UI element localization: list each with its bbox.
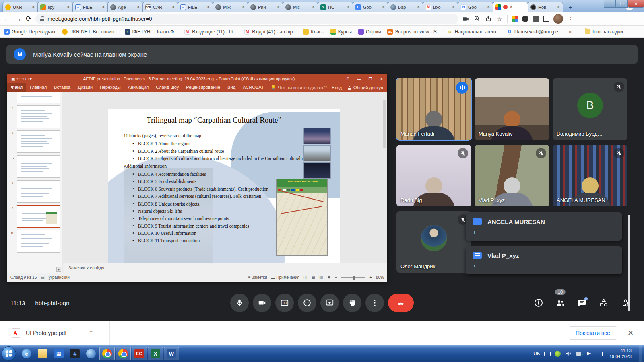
- forward-button[interactable]: →: [15, 15, 22, 23]
- ppt-share-button[interactable]: Общий доступ: [347, 85, 383, 90]
- tab-active-meet[interactable]: ✕: [493, 2, 528, 12]
- language-switcher[interactable]: UK: [533, 351, 540, 356]
- tab-close-icon[interactable]: ✕: [487, 5, 490, 9]
- bookmark-star-icon[interactable]: ☆: [496, 15, 503, 23]
- browser-tab[interactable]: ∿ПС-✕: [318, 2, 353, 12]
- bookmark-item[interactable]: ψНаціональне агент...: [447, 29, 500, 35]
- show-all-downloads-button[interactable]: Показати все: [569, 326, 617, 340]
- hand-button[interactable]: [343, 294, 361, 312]
- antivirus-icon[interactable]: [555, 350, 561, 357]
- bookmark-item[interactable]: MВхідні (41) - archip...: [244, 29, 297, 35]
- taskbar-app-internet-explorer[interactable]: e: [19, 347, 34, 360]
- network-icon[interactable]: [597, 350, 603, 357]
- taskbar-app-calculator[interactable]: ▦: [51, 347, 66, 360]
- slide-thumbnail[interactable]: 8: [10, 180, 60, 203]
- view-normal-icon[interactable]: ◫: [303, 275, 307, 280]
- share-icon[interactable]: [485, 15, 492, 23]
- ppt-ribbon-tab-переходы[interactable]: Переходы: [96, 83, 124, 92]
- spellcheck-icon[interactable]: ▤: [41, 275, 44, 280]
- taskbar-app-media-app[interactable]: ◈: [67, 347, 83, 360]
- more-button[interactable]: [365, 294, 384, 312]
- slide-thumbnail[interactable]: 5: [10, 105, 60, 128]
- activities-button[interactable]: [599, 298, 609, 308]
- tab-close-icon[interactable]: ✕: [382, 5, 385, 9]
- thumbnail-preview[interactable]: [17, 180, 60, 203]
- cc-button[interactable]: CC: [275, 294, 294, 312]
- emoji-button[interactable]: [298, 294, 316, 312]
- tab-close-icon[interactable]: ✕: [452, 5, 455, 9]
- browser-tab[interactable]: GGoo✕: [353, 2, 388, 12]
- view-sorter-icon[interactable]: ▦: [311, 275, 315, 280]
- slide-thumbnail[interactable]: 9: [10, 205, 60, 228]
- tab-close-icon[interactable]: ✕: [312, 5, 315, 9]
- bookmarks-overflow-chevron[interactable]: »: [569, 29, 572, 35]
- tab-close-icon[interactable]: ✕: [137, 5, 140, 9]
- ppt-notes-bar[interactable]: Заметки к слайду: [63, 263, 387, 273]
- thumbnail-partial[interactable]: [10, 92, 60, 103]
- ppt-ribbon-tab-слайд-шоу[interactable]: Слайд-шоу: [152, 83, 182, 92]
- chrome-menu-icon[interactable]: ⋮: [567, 15, 574, 23]
- thumbnail-preview[interactable]: [17, 230, 60, 253]
- info-button[interactable]: [534, 298, 543, 308]
- restore-button[interactable]: ❐: [616, 0, 628, 8]
- bookmark-item[interactable]: Курсы: [330, 29, 352, 35]
- browser-tab[interactable]: Між✕: [213, 2, 248, 12]
- bookmark-item[interactable]: SCScopus preview - S...: [387, 29, 440, 35]
- ppt-restore-button[interactable]: ❐: [365, 74, 376, 83]
- bookmark-item[interactable]: GGoogle Переводчик: [4, 29, 56, 35]
- usb-device-icon[interactable]: [576, 350, 582, 357]
- browser-tab[interactable]: ≡FILE✕: [72, 2, 108, 12]
- other-bookmarks-folder[interactable]: Інші закладки: [585, 29, 623, 35]
- bookmark-item[interactable]: Класс: [303, 29, 324, 35]
- participant-tile[interactable]: Mariya Kovaliv: [475, 78, 549, 140]
- comments-toggle[interactable]: ▬ Примечания: [271, 275, 300, 280]
- editor-scrollbar[interactable]: [383, 100, 386, 148]
- participant-tile[interactable]: Radu Big: [396, 145, 471, 206]
- start-button[interactable]: [2, 346, 16, 361]
- profile-avatar[interactable]: [553, 14, 563, 24]
- participants-button[interactable]: 10: [555, 298, 565, 308]
- thumbnail-preview[interactable]: [17, 205, 60, 228]
- browser-tab[interactable]: OCRCAR✕: [142, 2, 178, 12]
- ppt-ribbon-tab-вставка[interactable]: Вставка: [50, 83, 74, 92]
- slide-thumbnail[interactable]: 10: [10, 230, 60, 253]
- action-center-flag-icon[interactable]: [586, 350, 592, 357]
- ppt-ribbon-options-icon[interactable]: ⍐: [342, 74, 353, 83]
- tab-close-icon[interactable]: ✕: [510, 5, 513, 9]
- chat-button[interactable]: [577, 298, 587, 308]
- show-desktop-button[interactable]: [639, 345, 642, 362]
- volume-icon[interactable]: [565, 350, 572, 357]
- taskbar-app-eg-app[interactable]: EG: [132, 347, 147, 360]
- taskbar-app-chrome-2[interactable]: [116, 347, 131, 360]
- ppt-ribbon-tab-рецензирование[interactable]: Рецензирование: [182, 83, 224, 92]
- slide-thumbnail[interactable]: 7: [10, 155, 60, 178]
- browser-tab[interactable]: MВхо✕: [423, 2, 458, 12]
- mic-button[interactable]: [230, 294, 249, 312]
- address-bar[interactable]: meet.google.com/hbh-pbtf-pgn?authuser=0: [35, 14, 458, 24]
- new-tab-button[interactable]: +: [565, 3, 576, 10]
- browser-tab[interactable]: ≡FILE✕: [178, 2, 213, 12]
- browser-tab[interactable]: Рин✕: [248, 2, 283, 12]
- extensions-puzzle-icon[interactable]: [533, 16, 539, 22]
- tab-close-icon[interactable]: ✕: [67, 5, 70, 9]
- ppt-quick-access-toolbar[interactable]: ▣ ↶ ↷ ⊡ ▾: [7, 77, 36, 81]
- browser-tab[interactable]: кру✕: [37, 2, 73, 12]
- taskbar-clock[interactable]: 11:13 19.04.2023: [609, 348, 632, 360]
- thumbnail-preview[interactable]: [17, 105, 60, 128]
- browser-tab[interactable]: Age✕: [107, 2, 143, 12]
- download-caret-icon[interactable]: ⌃: [89, 330, 93, 336]
- participant-tile[interactable]: ANGELA MURESAN: [553, 145, 627, 206]
- taskbar-app-excel[interactable]: X: [148, 347, 163, 360]
- thumbnail-preview[interactable]: [17, 155, 60, 178]
- participant-tile[interactable]: Олег Мандрик: [396, 211, 471, 273]
- back-button[interactable]: ←: [4, 15, 11, 23]
- zoom-icon[interactable]: [473, 15, 481, 23]
- browser-tab[interactable]: Бар✕: [388, 2, 423, 12]
- ppt-tell-me-search[interactable]: 💡 Что вы хотите сделать?: [271, 85, 327, 90]
- reload-button[interactable]: ⟳: [26, 14, 31, 23]
- ppt-ribbon-tab-главная[interactable]: Главная: [26, 83, 50, 92]
- participant-tile[interactable]: Vlad P_xyz: [475, 145, 549, 206]
- tab-close-icon[interactable]: ✕: [347, 5, 350, 9]
- end-call-button[interactable]: [388, 294, 414, 312]
- bookmark-item[interactable]: ⚜ІФНТУНГ | Івано-Ф...: [125, 29, 178, 35]
